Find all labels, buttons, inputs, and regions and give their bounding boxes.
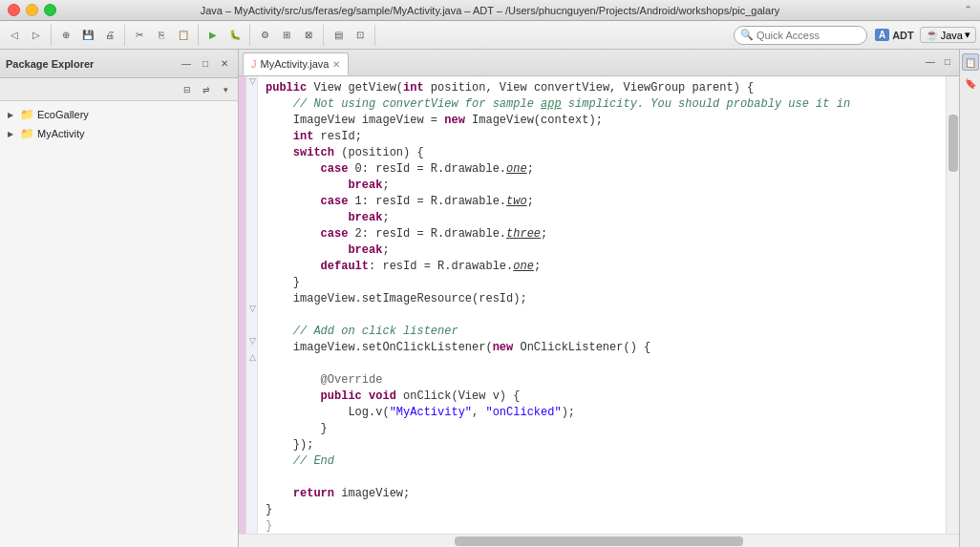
window-title: Java – MyActivity/src/us/feras/eg/sample…: [201, 5, 780, 16]
side-icon-tasks[interactable]: 📋: [962, 53, 979, 71]
run-button[interactable]: ▶: [202, 25, 224, 46]
paste-button[interactable]: 📋: [173, 25, 194, 46]
forward-button[interactable]: ▷: [26, 25, 47, 46]
toolbar: ◁ ▷ ⊕ 💾 🖨 ✂ ⎘ 📋 ▶ 🐛 ⚙ ⊞ ⊠ ▤ ⊡ 🔍 A ADT ☕ …: [0, 21, 980, 50]
tool3-button[interactable]: ⊠: [298, 25, 319, 46]
package-explorer-panel: Package Explorer — □ ✕ ⊟ ⇌ ▾ ▶ 📁 EcoGall…: [0, 50, 239, 547]
title-bar: Java – MyActivity/src/us/feras/eg/sample…: [0, 0, 980, 21]
adt-logo: A ADT: [875, 29, 914, 41]
fold-marker-3[interactable]: ▽: [246, 336, 258, 346]
fold-marker-1[interactable]: ▽: [246, 76, 258, 86]
main-layout: Package Explorer — □ ✕ ⊟ ⇌ ▾ ▶ 📁 EcoGall…: [0, 50, 980, 547]
package-explorer-content: ▶ 📁 EcoGallery ▶ 📁 MyActivity: [0, 101, 238, 547]
editor-minimize-button[interactable]: —: [923, 53, 938, 69]
toolbar-group-tools: ⚙ ⊞ ⊠: [254, 25, 324, 46]
pkg-maximize-button[interactable]: □: [198, 56, 213, 72]
package-explorer-header: Package Explorer — □ ✕: [0, 50, 238, 78]
package-explorer-toolbar: ⊟ ⇌ ▾: [0, 78, 238, 101]
cut-button[interactable]: ✂: [129, 25, 150, 46]
fold-marker-2[interactable]: ▽: [246, 304, 258, 313]
vertical-scrollbar[interactable]: [946, 76, 959, 534]
editor-controls: — □: [923, 53, 955, 69]
toolbar-group-nav: ◁ ▷: [4, 25, 52, 46]
tree-label-myactivity: MyActivity: [37, 128, 85, 139]
view-menu-button[interactable]: ▾: [217, 81, 234, 98]
close-button[interactable]: [8, 4, 20, 16]
chevron-down-icon: ▾: [965, 29, 970, 41]
copy-button[interactable]: ⎘: [151, 25, 172, 46]
tree-label-ecogallery: EcoGallery: [37, 109, 89, 120]
tool1-button[interactable]: ⚙: [254, 25, 275, 46]
scrollbar-track: [947, 76, 959, 534]
java-button[interactable]: ☕ Java ▾: [920, 27, 976, 43]
tool2-button[interactable]: ⊞: [276, 25, 297, 46]
tree-item-myactivity[interactable]: ▶ 📁 MyActivity: [0, 124, 238, 143]
toolbar-group-edit: ✂ ⎘ 📋: [129, 25, 199, 46]
tree-item-ecogallery[interactable]: ▶ 📁 EcoGallery: [0, 105, 238, 124]
perspective-button[interactable]: ⊡: [350, 25, 371, 46]
link-with-editor-button[interactable]: ⇌: [198, 81, 215, 98]
code-editor: ▽ ▽ ▽ △ public View getView(int position…: [239, 76, 959, 534]
title-collapse-icon[interactable]: ⌃: [964, 4, 972, 16]
tab-myactivity[interactable]: J MyActivity.java ✕: [243, 53, 349, 75]
code-content[interactable]: public View getView(int position, View c…: [258, 76, 946, 534]
tab-close-button[interactable]: ✕: [332, 59, 340, 70]
new-button[interactable]: ⊕: [55, 25, 76, 46]
minimize-button[interactable]: [26, 4, 38, 16]
editor-tabs: J MyActivity.java ✕ — □: [239, 50, 959, 76]
tree-arrow-ecogallery: ▶: [8, 111, 17, 119]
horizontal-scrollbar[interactable]: [239, 534, 959, 547]
side-icon-bookmark[interactable]: 🔖: [962, 74, 979, 92]
search-icon: 🔍: [740, 29, 754, 41]
editor-maximize-button[interactable]: □: [940, 53, 955, 69]
adt-badge: A: [875, 29, 889, 41]
fold-marker-4[interactable]: △: [246, 352, 258, 362]
editor-area: J MyActivity.java ✕ — □ ▽ ▽ ▽ △ public: [239, 50, 959, 547]
java-label: Java: [941, 30, 963, 41]
java-file-icon: J: [251, 58, 257, 70]
layout-button[interactable]: ▤: [328, 25, 349, 46]
pkg-close-button[interactable]: ✕: [217, 56, 232, 72]
search-box[interactable]: 🔍: [734, 26, 867, 45]
toolbar-group-file: ⊕ 💾 🖨: [55, 25, 125, 46]
search-input[interactable]: [756, 30, 861, 41]
line-gutter: [239, 76, 246, 534]
pkg-minimize-button[interactable]: —: [179, 56, 194, 72]
save-button[interactable]: 💾: [77, 25, 98, 46]
h-scrollbar-thumb[interactable]: [455, 536, 743, 546]
window-controls[interactable]: [8, 4, 56, 16]
debug-button[interactable]: 🐛: [224, 25, 245, 46]
side-icons-panel: 📋 🔖: [959, 50, 980, 547]
tab-label-myactivity: MyActivity.java: [261, 58, 330, 70]
print-button[interactable]: 🖨: [99, 25, 120, 46]
fold-gutter: ▽ ▽ ▽ △: [246, 76, 258, 534]
project-icon-myactivity: 📁: [20, 127, 34, 140]
toolbar-group-layout: ▤ ⊡: [328, 25, 375, 46]
java-icon: ☕: [926, 29, 939, 41]
package-explorer-title: Package Explorer: [6, 58, 175, 70]
collapse-all-button[interactable]: ⊟: [179, 81, 196, 98]
maximize-button[interactable]: [44, 4, 56, 16]
back-button[interactable]: ◁: [4, 25, 25, 46]
adt-text: ADT: [892, 30, 914, 41]
tree-arrow-myactivity: ▶: [8, 130, 17, 138]
project-icon-ecogallery: 📁: [20, 108, 34, 121]
scrollbar-thumb[interactable]: [948, 115, 958, 172]
toolbar-group-run: ▶ 🐛: [202, 25, 250, 46]
